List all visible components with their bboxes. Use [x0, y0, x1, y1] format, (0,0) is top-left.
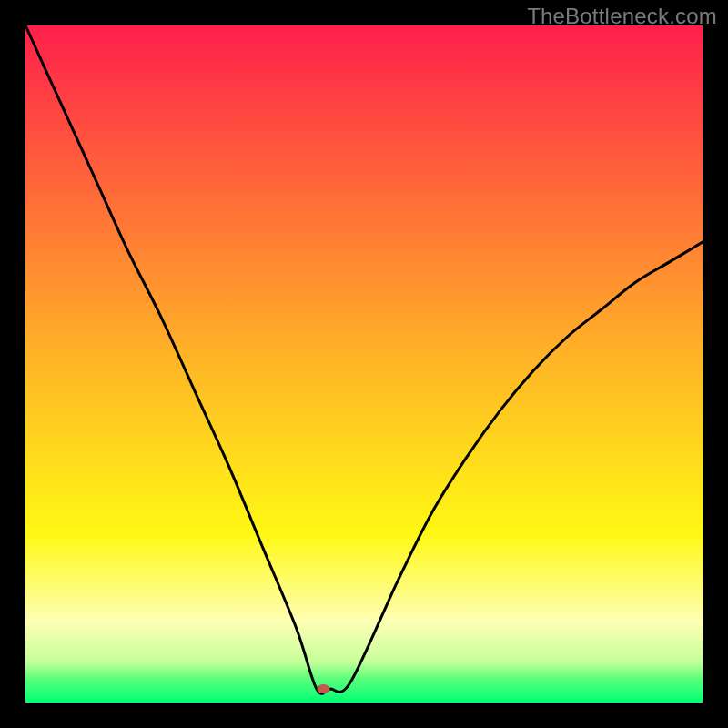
optimal-point-marker — [317, 684, 329, 693]
gradient-background — [25, 25, 703, 703]
plot-area — [25, 25, 703, 703]
watermark-text: TheBottleneck.com — [527, 4, 717, 29]
chart-frame: TheBottleneck.com — [0, 0, 728, 728]
bottleneck-chart — [25, 25, 703, 703]
